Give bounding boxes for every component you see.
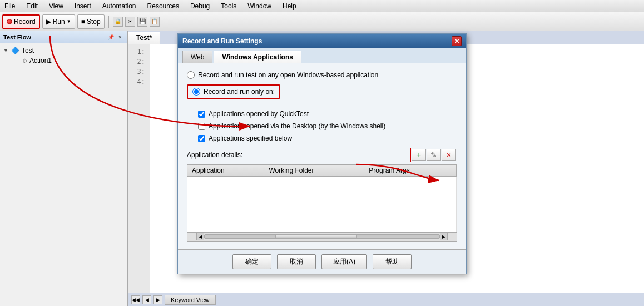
menu-view[interactable]: View xyxy=(47,2,66,10)
col-program-args: Program Args xyxy=(364,165,457,177)
editor-tab-test[interactable]: Test* xyxy=(128,32,160,44)
menu-resources[interactable]: Resources xyxy=(145,2,181,10)
app-table: Application Working Folder Program Args xyxy=(187,165,457,232)
toolbar-icon-3[interactable]: 💾 xyxy=(137,17,147,27)
dialog-close-button[interactable]: ✕ xyxy=(452,36,462,46)
toolbar-icon-1[interactable]: 🔒 xyxy=(113,17,123,27)
radio-only-on-label: Record and run only on: xyxy=(204,88,275,96)
radio-only-on[interactable] xyxy=(192,88,200,96)
delete-app-button[interactable]: × xyxy=(442,149,456,161)
left-panel: Test Flow 📌 × ▼ 🔷 Test ⚙ Action1 xyxy=(0,31,128,306)
checkbox-specified-label: Applications specified below xyxy=(209,134,292,142)
test-icon: 🔷 xyxy=(11,47,19,54)
nav-prev-btn[interactable]: ◀ xyxy=(142,295,151,304)
stop-button[interactable]: ■ Stop xyxy=(77,14,105,29)
app-details-label: Application details: xyxy=(187,151,242,159)
ok-button[interactable]: 确定 xyxy=(232,254,271,269)
checkbox-row-1: Applications opened by QuickTest xyxy=(198,110,457,118)
radio-row-1: Record and run test on any open Windows-… xyxy=(187,71,457,79)
tree-expand-icon: ▼ xyxy=(3,48,9,53)
add-app-button[interactable]: + xyxy=(412,149,426,161)
scroll-left-arrow[interactable]: ◀ xyxy=(196,233,204,240)
checkbox-row-2: Applications opened via the Desktop (by … xyxy=(198,122,457,130)
line-numbers: 1: 2: 3: 4: xyxy=(128,44,150,293)
menu-debug[interactable]: Debug xyxy=(188,2,212,10)
col-working-folder: Working Folder xyxy=(264,165,364,177)
dialog-tabs: Web Windows Applications xyxy=(178,48,466,63)
cancel-label: 取消 xyxy=(290,258,303,265)
menu-tools[interactable]: Tools xyxy=(219,2,239,10)
run-dropdown-icon: ▼ xyxy=(67,19,71,24)
stop-icon: ■ xyxy=(81,18,85,26)
radio-any-app-label: Record and run test on any open Windows-… xyxy=(198,71,378,79)
action-connector-icon: ⚙ xyxy=(22,58,27,64)
menubar: File Edit View Insert Automation Resourc… xyxy=(0,0,644,12)
app-table-container: Application Working Folder Program Args xyxy=(187,164,457,242)
radio-any-app[interactable] xyxy=(187,71,195,79)
menu-file[interactable]: File xyxy=(2,2,17,10)
help-label: 帮助 xyxy=(385,258,399,265)
delete-icon: × xyxy=(447,151,451,159)
panel-header: Test Flow 📌 × xyxy=(0,31,127,43)
radio-row-2-container: Record and run only on: xyxy=(187,84,457,104)
scroll-thumb[interactable] xyxy=(275,235,358,238)
dialog-footer: 确定 取消 应用(A) 帮助 xyxy=(178,249,466,274)
dialog-tab-windows[interactable]: Windows Applications xyxy=(214,51,301,63)
tree-item-test[interactable]: ▼ 🔷 Test xyxy=(2,46,125,56)
record-icon xyxy=(7,19,12,24)
toolbar-icon-4[interactable]: 📋 xyxy=(150,17,160,27)
dialog-tab-web[interactable]: Web xyxy=(182,51,212,63)
dialog-titlebar: Record and Run Settings ✕ xyxy=(178,34,466,48)
edit-app-button[interactable]: ✎ xyxy=(427,149,441,161)
empty-row xyxy=(187,177,457,232)
menu-insert[interactable]: Insert xyxy=(72,2,93,10)
dialog-content: Record and run test on any open Windows-… xyxy=(178,63,466,249)
checkbox-quicktest[interactable] xyxy=(198,111,205,118)
menu-window[interactable]: Window xyxy=(245,2,274,10)
app-details-header: Application details: + ✎ × xyxy=(187,148,457,162)
panel-close-icon[interactable]: × xyxy=(116,33,124,41)
col-application: Application xyxy=(187,165,264,177)
radio-only-on-box: Record and run only on: xyxy=(187,84,280,99)
tab-windows-label: Windows Applications xyxy=(222,53,293,61)
checkbox-desktop-label: Applications opened via the Desktop (by … xyxy=(209,122,385,130)
bottom-tab-keyword[interactable]: Keyword View xyxy=(165,295,216,305)
apply-label: 应用(A) xyxy=(333,258,355,265)
menu-automation[interactable]: Automation xyxy=(100,2,138,10)
app-details-buttons: + ✎ × xyxy=(410,148,457,162)
scroll-track[interactable] xyxy=(204,234,440,239)
run-icon: ▶ xyxy=(46,18,51,26)
add-icon: + xyxy=(417,151,421,159)
tree-item-action1[interactable]: ⚙ Action1 xyxy=(13,56,125,66)
run-button[interactable]: ▶ Run ▼ xyxy=(42,14,75,29)
menu-edit[interactable]: Edit xyxy=(24,2,40,10)
tree-action1-label: Action1 xyxy=(29,57,52,64)
nav-next-btn[interactable]: ▶ xyxy=(153,295,162,304)
toolbar-icon-2[interactable]: ✂ xyxy=(125,17,135,27)
table-body xyxy=(187,177,457,232)
bottom-tab-label: Keyword View xyxy=(171,297,210,303)
bottom-bar: ◀◀ ◀ ▶ Keyword View xyxy=(128,293,644,306)
panel-pin-icon[interactable]: 📌 xyxy=(107,33,115,41)
editor-tab-label: Test* xyxy=(136,34,152,42)
tree-area: ▼ 🔷 Test ⚙ Action1 xyxy=(0,43,127,306)
checkbox-desktop[interactable] xyxy=(198,123,205,130)
record-label: Record xyxy=(14,18,36,26)
table-scrollbar: ◀ ▶ xyxy=(187,232,457,241)
record-button[interactable]: Record xyxy=(2,14,40,29)
panel-header-icons: 📌 × xyxy=(107,33,124,41)
apply-button[interactable]: 应用(A) xyxy=(321,254,367,269)
toolbar-separator xyxy=(108,16,109,28)
checkbox-quicktest-label: Applications opened by QuickTest xyxy=(209,110,309,118)
scroll-right-arrow[interactable]: ▶ xyxy=(440,233,448,240)
edit-icon: ✎ xyxy=(430,151,437,159)
tree-test-label: Test xyxy=(22,47,34,54)
checkbox-specified[interactable] xyxy=(198,135,205,142)
menu-help[interactable]: Help xyxy=(280,2,299,10)
help-button[interactable]: 帮助 xyxy=(373,254,412,269)
cancel-button[interactable]: 取消 xyxy=(277,254,316,269)
run-label: Run xyxy=(53,18,65,26)
ok-label: 确定 xyxy=(245,258,259,265)
toolbar: Record ▶ Run ▼ ■ Stop 🔒 ✂ 💾 📋 xyxy=(0,12,644,31)
nav-first-btn[interactable]: ◀◀ xyxy=(131,295,140,304)
